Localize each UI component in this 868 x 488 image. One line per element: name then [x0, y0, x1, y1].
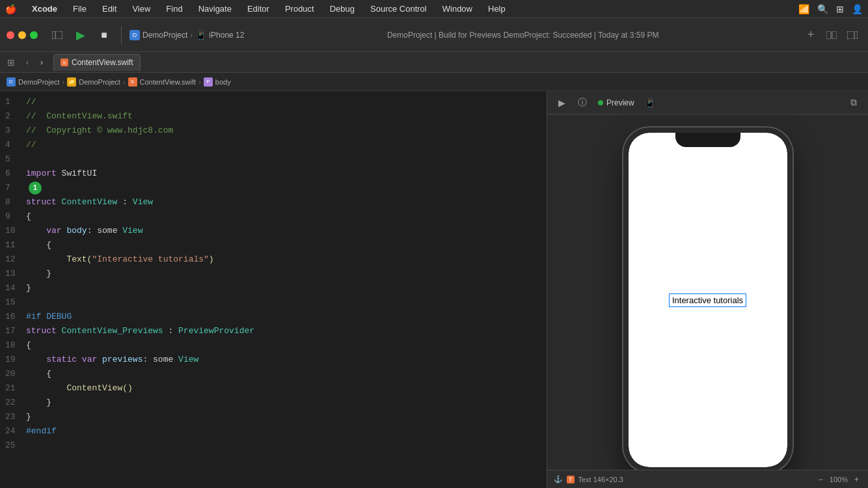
code-line: }: [26, 410, 540, 424]
tab-navigation: ‹ ›: [21, 56, 48, 69]
zoom-out-btn[interactable]: −: [816, 474, 826, 485]
code-line: #if DEBUG: [26, 310, 540, 324]
breadcrumb-symbol[interactable]: body: [215, 78, 231, 86]
code-token: import: [26, 167, 62, 181]
apple-menu[interactable]: 🍎: [5, 4, 16, 14]
swift-file-icon: S: [61, 59, 68, 66]
project-scheme-info: D DemoProject › 📱 iPhone 12: [129, 30, 244, 40]
menu-help[interactable]: Help: [485, 3, 508, 15]
code-line: static var previews: some View: [26, 353, 540, 367]
build-status: DemoProject | Build for Previews DemoPro…: [249, 31, 796, 40]
menu-find[interactable]: Find: [163, 3, 185, 15]
breadcrumb-symbol-icon: P: [204, 77, 213, 87]
user-icon[interactable]: 👤: [852, 4, 863, 14]
zoom-level: 100%: [830, 476, 848, 483]
file-tab-name: ContentView.swift: [72, 58, 133, 67]
status-element-info: Text 146×20.3: [578, 476, 623, 483]
line-number: 8: [5, 195, 21, 210]
close-button[interactable]: [7, 31, 14, 39]
menu-bar: 🍎 Xcode File Edit View Find Navigate Edi…: [0, 0, 868, 18]
toolbar: ▶ ■ D DemoProject › 📱 iPhone 12 DemoProj…: [0, 18, 868, 52]
menu-editor[interactable]: Editor: [245, 3, 272, 15]
tab-split-button[interactable]: [822, 26, 841, 44]
code-line: struct ContentView_Previews : PreviewPro…: [26, 324, 540, 338]
sidebar-toggle-right[interactable]: [843, 26, 861, 44]
code-token: }: [26, 410, 31, 424]
breadcrumb-folder[interactable]: DemoProject: [79, 78, 120, 86]
code-lines[interactable]: //// ContentView.swift// Copyright © www…: [26, 95, 547, 484]
breadcrumb-project[interactable]: DemoProject: [18, 78, 60, 86]
status-element-type-icon: T: [567, 476, 575, 483]
sidebar-toggle-left[interactable]: [48, 26, 66, 44]
line-number: 3: [5, 124, 21, 138]
run-button[interactable]: ▶: [72, 26, 90, 44]
preview-device-btn[interactable]: 📱: [642, 95, 658, 111]
line-number: 24: [5, 424, 21, 439]
tab-nav-forward[interactable]: ›: [35, 56, 48, 69]
breadcrumb-file[interactable]: ContentView.swift: [140, 78, 197, 86]
line-number: 20: [5, 367, 21, 381]
code-token: struct: [26, 324, 62, 338]
tab-bar: ⊞ ‹ › S ContentView.swift: [0, 52, 868, 73]
preview-info-btn[interactable]: ⓘ: [575, 95, 590, 111]
code-line: ContentView(): [26, 381, 540, 396]
line-number: 11: [5, 238, 21, 252]
line-number: 10: [5, 224, 21, 238]
code-line: import SwiftUI: [26, 167, 540, 181]
maximize-button[interactable]: [30, 31, 38, 39]
line-number: 16: [5, 310, 21, 324]
tab-nav-back[interactable]: ‹: [21, 56, 34, 69]
project-icon: D: [129, 30, 140, 40]
main-content: 1234567891011121314151617181920212223242…: [0, 91, 868, 488]
code-token: #endif: [26, 424, 57, 439]
search-icon[interactable]: 🔍: [817, 4, 828, 14]
menu-navigate[interactable]: Navigate: [196, 3, 234, 15]
line-number: 5: [5, 152, 21, 167]
zoom-in-btn[interactable]: +: [852, 474, 861, 485]
code-token: {: [26, 238, 51, 252]
grid-view-button[interactable]: ⊞: [4, 55, 18, 70]
code-area[interactable]: 1234567891011121314151617181920212223242…: [0, 91, 547, 488]
code-token: {: [26, 338, 31, 353]
code-token: previews: [102, 353, 142, 367]
code-token: ContentView: [62, 195, 118, 210]
code-line: }: [26, 281, 540, 295]
menu-edit[interactable]: Edit: [100, 3, 119, 15]
code-line: 1: [26, 181, 540, 195]
minimize-button[interactable]: [18, 31, 26, 39]
toolbar-separator-1: [121, 26, 122, 44]
breadcrumb-folder-icon: 📁: [67, 77, 76, 87]
code-token: #if: [26, 310, 46, 324]
code-token: Text(: [26, 252, 92, 267]
preview-label-text: Preview: [606, 98, 634, 107]
device-name[interactable]: iPhone 12: [209, 31, 244, 40]
code-token: struct: [26, 195, 62, 210]
menu-window[interactable]: Window: [440, 3, 475, 15]
code-token: var: [26, 224, 66, 238]
preview-toolbar: ▶ ⓘ Preview 📱 ⧉: [547, 91, 868, 115]
line-number: 13: [5, 267, 21, 281]
code-token: var: [82, 353, 102, 367]
line-number: 4: [5, 138, 21, 152]
add-file-button[interactable]: +: [802, 26, 820, 44]
menu-debug[interactable]: Debug: [327, 3, 357, 15]
menu-xcode[interactable]: Xcode: [29, 3, 60, 15]
file-tab-contentview[interactable]: S ContentView.swift: [53, 54, 141, 71]
menu-product[interactable]: Product: [282, 3, 317, 15]
line-number: 23: [5, 410, 21, 424]
preview-duplicate-btn[interactable]: ⧉: [846, 95, 861, 111]
code-line: //: [26, 95, 540, 109]
project-name[interactable]: DemoProject: [142, 31, 187, 40]
status-right: − 100% +: [816, 474, 861, 485]
menu-source-control[interactable]: Source Control: [368, 3, 429, 15]
code-line: struct ContentView : View: [26, 195, 540, 210]
code-editor[interactable]: 1234567891011121314151617181920212223242…: [0, 91, 547, 488]
menu-view[interactable]: View: [129, 3, 153, 15]
code-token: // Copyright © www.hdjc8.com: [26, 124, 173, 138]
control-center-icon[interactable]: ⊞: [836, 4, 844, 14]
preview-play-btn[interactable]: ▶: [554, 95, 569, 111]
code-token: }: [26, 396, 51, 410]
menu-file[interactable]: File: [70, 3, 89, 15]
line-numbers: 1234567891011121314151617181920212223242…: [0, 95, 26, 484]
stop-button[interactable]: ■: [95, 26, 113, 44]
